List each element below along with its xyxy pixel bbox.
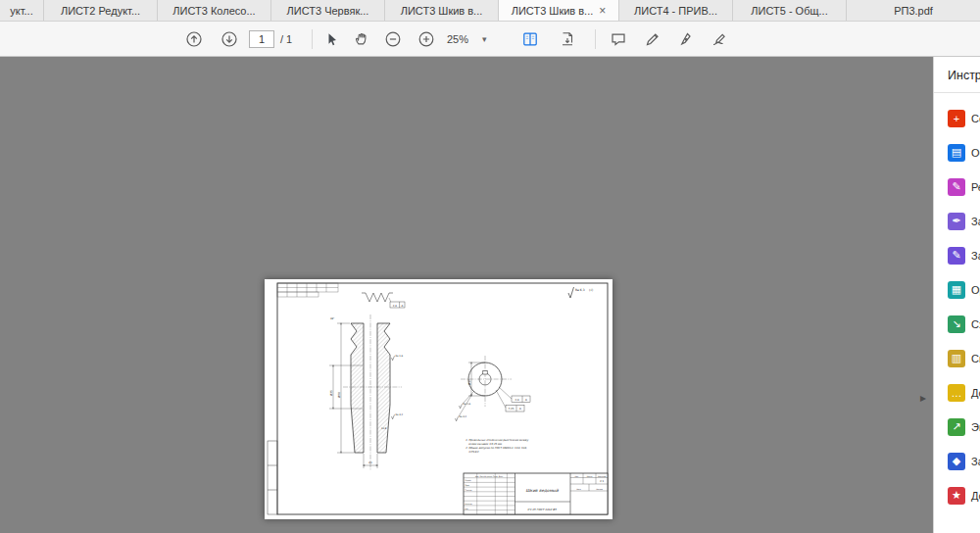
document-tab[interactable]: ЛИСТ3 Колесо... [158, 0, 271, 21]
tab-label: РП3.pdf [894, 5, 933, 17]
acrobat-window: укт... ЛИСТ2 Редукт... ЛИСТ3 Колесо... Л… [0, 0, 980, 533]
select-tool-button[interactable] [319, 27, 343, 51]
dimension-label: Ø17 [467, 379, 471, 385]
tool-label: Сканирование и распознавание [971, 353, 980, 364]
fountain-pen-icon [678, 30, 696, 48]
tools-panel-item[interactable]: ✎ Заполнить и подписать [934, 238, 980, 272]
tool-icon: ◆ [948, 453, 965, 470]
zoom-level-dropdown[interactable]: 25% ▾ [443, 28, 491, 50]
dimension-label: 2,8 [514, 399, 518, 402]
datum-label: А [401, 305, 403, 308]
document-tab[interactable]: ЛИСТ2 Редукт... [44, 0, 158, 21]
tools-panel-item[interactable]: … Добавить комментарий [934, 375, 980, 410]
title-block: Шкив ведомый СЧ 15 ГОСТ 1412-85 2:1 Лит.… [464, 473, 608, 514]
tool-label: Объединить файлы [971, 147, 980, 159]
tool-label: Запросить подписи [971, 216, 980, 227]
note-line: ±IT14/2. [468, 451, 479, 454]
next-page-button[interactable] [218, 27, 241, 51]
save-file-button[interactable] [556, 27, 579, 51]
dimension-label: 38° [330, 317, 334, 320]
dimension-label: 7,25 [509, 408, 514, 411]
margin-cells [268, 441, 277, 514]
tab-label: ЛИСТ3 Шкив в... [401, 5, 483, 17]
zoom-level-value: 25% [447, 33, 468, 45]
document-tab[interactable]: ЛИСТ3 Шкив в... × [499, 0, 619, 21]
groove-detail [362, 293, 393, 305]
tools-panel-item[interactable]: ↗ Экспорт PDF [934, 410, 980, 444]
tools-list: + Создать PDF ▤ Объединить файлы ✎ Редак… [934, 93, 980, 512]
document-tab[interactable]: ЛИСТ3 Шкив в... [385, 0, 499, 21]
tool-icon: ★ [948, 487, 965, 505]
tool-icon: + [948, 110, 965, 127]
tab-label: ЛИСТ5 - Общ... [751, 5, 827, 17]
page-display-button[interactable] [518, 27, 542, 51]
dimension-label: 2,8 [393, 305, 397, 308]
tools-panel-item[interactable]: ↘ Сжать PDF [934, 307, 980, 341]
datum-label: А [519, 408, 521, 411]
roughness-label: Ra 1,6 [463, 403, 470, 406]
tool-label: Защитить [971, 456, 980, 467]
technical-notes: 1. Предельные отклонения расстояния межд… [466, 439, 528, 454]
tab-bar: укт... ЛИСТ2 Редукт... ЛИСТ3 Колесо... Л… [0, 0, 980, 22]
tool-icon: ✒ [948, 213, 965, 230]
groove-tolerance-frame: 2,8 А [390, 302, 405, 308]
tab-label: ЛИСТ3 Колесо... [172, 5, 255, 17]
arrow-up-circle-icon [185, 30, 203, 48]
material-label: СЧ 15 ГОСТ 1412-85 [527, 508, 557, 511]
tool-icon: ✎ [948, 247, 965, 265]
zoom-out-icon [384, 30, 402, 48]
tools-panel-item[interactable]: ▤ Объединить файлы [934, 135, 980, 170]
tolerance-frames: 2,8 А 7,25 А [506, 396, 530, 412]
tool-icon: ✎ [948, 178, 965, 196]
tool-label: Организовать страницы [971, 284, 980, 296]
hand-tool-button[interactable] [350, 27, 373, 51]
titleblock-header: Лит. [574, 475, 579, 477]
tools-panel: Инструменты + Создать PDF ▤ Объединить ф… [933, 57, 980, 533]
roughness-label: Ra 6,3 [575, 288, 585, 292]
sign-tool-button[interactable] [708, 27, 731, 51]
tools-panel-item[interactable]: + Создать PDF [934, 101, 980, 135]
tab-label: ЛИСТ3 Шкив в... [512, 5, 594, 17]
fountain-pen-tool-button[interactable] [675, 27, 699, 51]
toolbar: / 1 25% ▾ [0, 22, 980, 57]
arrow-down-circle-icon [220, 30, 238, 48]
tools-panel-item[interactable]: ▥ Сканирование и распознавание [934, 341, 980, 375]
panel-collapse-button[interactable]: ▸ [916, 388, 930, 408]
pencil-tool-button[interactable] [641, 27, 664, 51]
roughness-label: Ra 3,2 [395, 413, 403, 416]
dimension-label: Ø35 [329, 390, 333, 396]
comment-tool-button[interactable] [607, 27, 630, 51]
dimension-label: Ø90 [337, 392, 341, 398]
document-tab[interactable]: ЛИСТ3 Червяк... [271, 0, 385, 21]
tab-close-icon[interactable]: × [599, 5, 606, 17]
page-number-input[interactable] [249, 30, 274, 48]
document-tab[interactable]: укт... [0, 0, 44, 21]
speech-bubble-icon [610, 30, 627, 48]
tab-label: ЛИСТ3 Червяк... [287, 5, 369, 17]
tools-panel-item[interactable]: ▦ Организовать страницы [934, 272, 980, 307]
tool-icon: ▥ [948, 350, 965, 367]
tools-panel-item[interactable]: ★ Дополнительные инструменты [934, 478, 980, 512]
document-canvas: 2,8 А Ø90 Ø35 21 10,8 [0, 57, 933, 533]
page-total-label: / 1 [280, 33, 292, 45]
previous-page-button[interactable] [182, 27, 206, 51]
pdf-page[interactable]: 2,8 А Ø90 Ø35 21 10,8 [265, 279, 612, 519]
titleblock-role: Утв. [466, 508, 469, 509]
scale-value: 2:1 [600, 480, 605, 483]
tool-icon: ↗ [948, 418, 965, 436]
tools-panel-item[interactable]: ✎ Редактировать PDF [934, 170, 980, 204]
pencil-icon [644, 30, 662, 48]
tools-panel-item[interactable]: ◆ Защитить [934, 444, 980, 478]
document-tab[interactable]: РП3.pdf [847, 0, 980, 21]
tools-panel-item[interactable]: ✒ Запросить подписи [934, 204, 980, 238]
signature-icon [710, 30, 728, 48]
zoom-in-button[interactable] [415, 27, 438, 51]
tool-label: Сжать PDF [971, 318, 980, 330]
document-tab[interactable]: ЛИСТ4 - ПРИВ... [619, 0, 733, 21]
note-line: 1. Предельные отклонения расстояния межд… [466, 439, 528, 442]
toolbar-separator [595, 29, 596, 49]
document-tab[interactable]: ЛИСТ5 - Общ... [733, 0, 847, 21]
tab-label: укт... [10, 5, 32, 17]
tool-label: Создать PDF [971, 113, 980, 124]
zoom-out-button[interactable] [381, 27, 405, 51]
